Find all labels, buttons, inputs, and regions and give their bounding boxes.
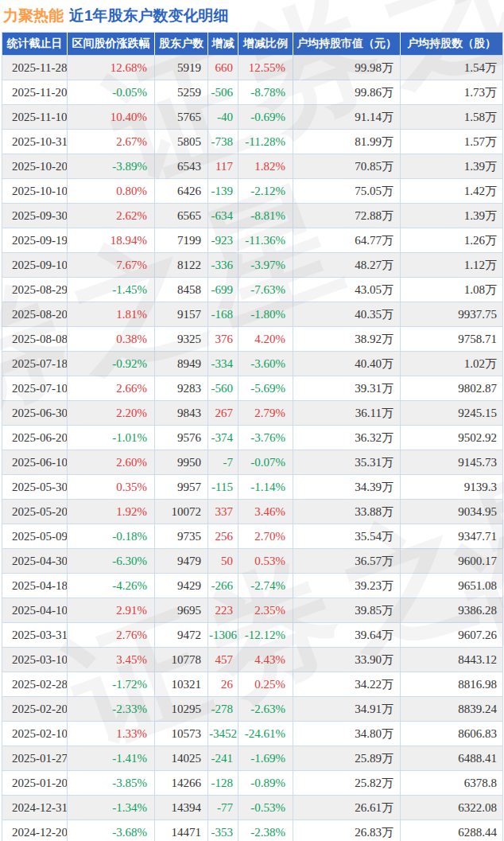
column-header-delta-pct: 增减比例 xyxy=(238,33,293,56)
cell-delta-pct: -2.38% xyxy=(238,820,293,841)
cell-holders: 9735 xyxy=(155,524,208,549)
cell-date: 2025-11-20 xyxy=(2,80,68,105)
table-row: 2025-03-31 2.76% 9472 -1306 -12.12% 39.6… xyxy=(2,623,503,648)
table-row: 2025-11-10 10.40% 5765 -40 -0.69% 91.14万… xyxy=(2,105,503,130)
cell-date: 2025-08-29 xyxy=(2,278,68,302)
cell-avg-shares: 9600.17 xyxy=(401,549,503,574)
cell-delta-pct: -8.81% xyxy=(238,204,293,228)
table-row: 2025-10-31 2.67% 5805 -738 -11.28% 81.99… xyxy=(2,130,503,154)
cell-avg-shares: 6378.8 xyxy=(401,771,503,796)
cell-avg-value: 99.98万 xyxy=(293,56,401,80)
cell-date: 2025-07-18 xyxy=(2,352,68,376)
cell-delta: -634 xyxy=(208,204,238,228)
table-row: 2025-05-30 0.35% 9957 -115 -1.14% 34.39万… xyxy=(2,475,503,500)
table-row: 2025-04-30 -6.30% 9479 50 0.53% 36.57万 9… xyxy=(2,549,503,574)
cell-avg-shares: 9502.92 xyxy=(401,426,503,450)
cell-avg-value: 48.27万 xyxy=(293,253,401,278)
cell-delta: 457 xyxy=(208,648,238,672)
cell-delta-pct: 2.79% xyxy=(238,401,293,426)
cell-avg-value: 36.57万 xyxy=(293,549,401,574)
cell-holders: 9479 xyxy=(155,549,208,574)
table-row: 2025-02-28 -1.72% 10321 26 0.25% 34.22万 … xyxy=(2,672,503,697)
cell-holders: 10295 xyxy=(155,697,208,722)
cell-holders: 9576 xyxy=(155,426,208,450)
table-row: 2025-05-20 1.92% 10072 337 3.46% 33.88万 … xyxy=(2,500,503,524)
cell-date: 2025-09-19 xyxy=(2,228,68,253)
table-row: 2025-08-29 -1.45% 8458 -699 -7.63% 43.05… xyxy=(2,278,503,302)
cell-delta: -241 xyxy=(208,746,238,771)
cell-price-change: -3.89% xyxy=(68,154,155,179)
cell-avg-value: 34.80万 xyxy=(293,722,401,746)
cell-date: 2025-10-10 xyxy=(2,179,68,204)
table-body: 2025-11-28 12.68% 5919 660 12.55% 99.98万… xyxy=(2,56,503,841)
cell-price-change: -1.41% xyxy=(68,746,155,771)
cell-holders: 9325 xyxy=(155,327,208,352)
cell-delta: 117 xyxy=(208,154,238,179)
table-row: 2025-08-08 0.38% 9325 376 4.20% 38.92万 9… xyxy=(2,327,503,352)
cell-delta-pct: -0.53% xyxy=(238,796,293,820)
cell-holders: 9472 xyxy=(155,623,208,648)
table-row: 2025-02-20 -2.33% 10295 -278 -2.63% 34.9… xyxy=(2,697,503,722)
cell-date: 2025-05-30 xyxy=(2,475,68,500)
cell-price-change: -0.05% xyxy=(68,80,155,105)
cell-price-change: 7.67% xyxy=(68,253,155,278)
cell-delta-pct: 2.35% xyxy=(238,598,293,623)
table-row: 2025-11-28 12.68% 5919 660 12.55% 99.98万… xyxy=(2,56,503,80)
cell-delta-pct: -2.12% xyxy=(238,179,293,204)
cell-date: 2025-04-18 xyxy=(2,574,68,598)
column-header-holders: 股东户数 xyxy=(155,33,208,56)
cell-delta-pct: 0.25% xyxy=(238,672,293,697)
cell-delta: -336 xyxy=(208,253,238,278)
cell-avg-value: 26.61万 xyxy=(293,796,401,820)
table-row: 2025-04-18 -4.26% 9429 -266 -2.74% 39.23… xyxy=(2,574,503,598)
cell-date: 2025-11-10 xyxy=(2,105,68,130)
cell-avg-shares: 8816.98 xyxy=(401,672,503,697)
cell-holders: 6543 xyxy=(155,154,208,179)
page-title-text: 近1年股东户数变化明细 xyxy=(69,7,229,24)
cell-delta: -923 xyxy=(208,228,238,253)
cell-avg-shares: 1.12万 xyxy=(401,253,503,278)
cell-price-change: 2.60% xyxy=(68,450,155,475)
cell-avg-value: 34.91万 xyxy=(293,697,401,722)
cell-delta-pct: 4.20% xyxy=(238,327,293,352)
cell-delta-pct: -0.07% xyxy=(238,450,293,475)
cell-avg-value: 33.88万 xyxy=(293,500,401,524)
table-row: 2024-12-20 -3.68% 14471 -353 -2.38% 26.8… xyxy=(2,820,503,841)
cell-avg-shares: 9034.95 xyxy=(401,500,503,524)
cell-delta-pct: -8.78% xyxy=(238,80,293,105)
cell-holders: 5919 xyxy=(155,56,208,80)
cell-avg-value: 25.89万 xyxy=(293,746,401,771)
cell-delta: -506 xyxy=(208,80,238,105)
cell-delta-pct: -0.69% xyxy=(238,105,293,130)
cell-avg-value: 34.39万 xyxy=(293,475,401,500)
cell-date: 2025-04-30 xyxy=(2,549,68,574)
cell-price-change: 1.33% xyxy=(68,722,155,746)
cell-holders: 10321 xyxy=(155,672,208,697)
cell-holders: 9157 xyxy=(155,302,208,327)
cell-avg-shares: 6288.44 xyxy=(401,820,503,841)
cell-delta: -3452 xyxy=(208,722,238,746)
cell-date: 2025-02-10 xyxy=(2,722,68,746)
cell-avg-value: 39.64万 xyxy=(293,623,401,648)
cell-holders: 14471 xyxy=(155,820,208,841)
cell-delta: -374 xyxy=(208,426,238,450)
cell-date: 2025-06-20 xyxy=(2,426,68,450)
cell-date: 2024-12-20 xyxy=(2,820,68,841)
cell-date: 2025-06-10 xyxy=(2,450,68,475)
cell-price-change: -3.85% xyxy=(68,771,155,796)
cell-avg-value: 70.85万 xyxy=(293,154,401,179)
table-row: 2025-01-20 -3.85% 14266 -128 -0.89% 25.8… xyxy=(2,771,503,796)
cell-price-change: 12.68% xyxy=(68,56,155,80)
cell-price-change: 1.81% xyxy=(68,302,155,327)
cell-date: 2025-09-10 xyxy=(2,253,68,278)
column-header-date: 统计截止日 xyxy=(2,33,68,56)
cell-avg-value: 64.77万 xyxy=(293,228,401,253)
cell-avg-shares: 1.42万 xyxy=(401,179,503,204)
cell-delta: -7 xyxy=(208,450,238,475)
table-row: 2025-06-30 2.20% 9843 267 2.79% 36.11万 9… xyxy=(2,401,503,426)
cell-price-change: 2.91% xyxy=(68,598,155,623)
cell-delta-pct: -11.36% xyxy=(238,228,293,253)
cell-avg-value: 81.99万 xyxy=(293,130,401,154)
cell-date: 2025-02-28 xyxy=(2,672,68,697)
cell-avg-value: 40.40万 xyxy=(293,352,401,376)
